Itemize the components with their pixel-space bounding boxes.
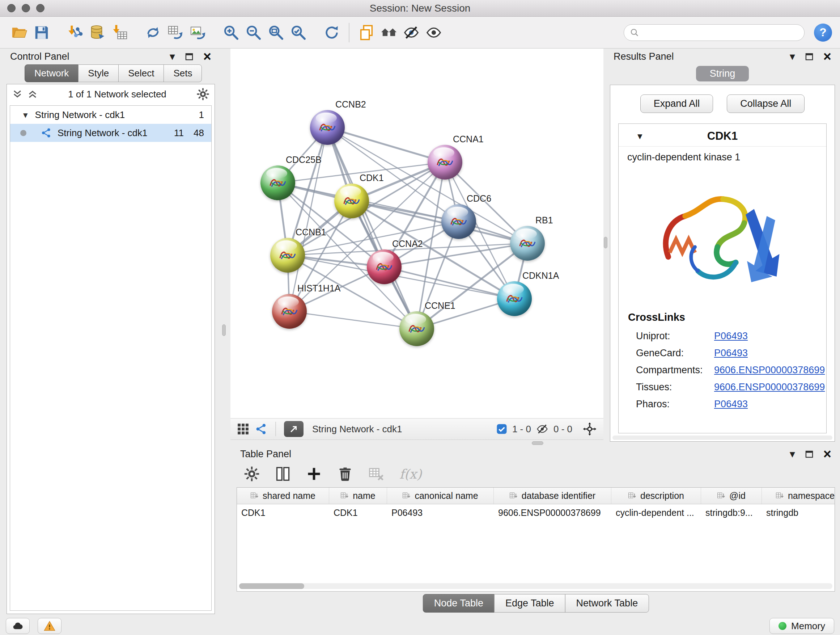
grid-view-button[interactable] [237, 423, 249, 435]
import-network-file-button[interactable] [64, 20, 86, 45]
minimize-window-button[interactable] [22, 4, 30, 12]
duplicate-network-button[interactable] [355, 20, 378, 45]
network-node-cdc6[interactable] [441, 204, 476, 239]
import-network-database-button[interactable] [86, 20, 109, 45]
results-panel-close-button[interactable]: × [823, 50, 831, 63]
cloud-status-button[interactable] [6, 618, 30, 634]
selected-indicator-checkbox[interactable] [496, 424, 507, 434]
network-node-cdkn1a[interactable] [497, 281, 532, 316]
save-session-button[interactable] [30, 20, 53, 45]
network-collection-row[interactable]: ▾ String Network - cdk1 1 [10, 106, 211, 124]
delete-table-button[interactable] [368, 466, 384, 482]
column-header-database-identifier[interactable]: database identifier [494, 488, 611, 504]
network-node-rb1[interactable] [510, 226, 545, 261]
detach-view-button[interactable] [284, 421, 303, 437]
table-horizontal-scrollbar[interactable] [239, 583, 832, 589]
control-panel-menu-button[interactable]: ▾ [170, 51, 175, 62]
network-node-ccnb1[interactable] [270, 238, 305, 272]
close-window-button[interactable] [7, 4, 16, 12]
export-image-button[interactable] [187, 20, 209, 45]
tab-select[interactable]: Select [118, 65, 164, 82]
open-session-button[interactable] [8, 20, 30, 45]
table-cell[interactable]: stringdb:9... [701, 504, 762, 521]
table-panel-close-button[interactable]: × [823, 447, 831, 461]
tab-node-table[interactable]: Node Table [423, 594, 494, 613]
help-button[interactable]: ? [814, 24, 832, 42]
results-panel-menu-button[interactable]: ▾ [790, 51, 795, 62]
collapse-all-button[interactable]: Collapse All [727, 95, 805, 113]
import-table-button[interactable] [109, 20, 131, 45]
search-box[interactable] [624, 24, 805, 41]
tab-style[interactable]: Style [78, 65, 118, 82]
network-row-selected[interactable]: String Network - cdk1 11 48 [10, 124, 211, 142]
expand-all-button[interactable]: Expand All [640, 95, 714, 113]
tab-network-table[interactable]: Network Table [565, 594, 649, 613]
left-splitter-grip[interactable] [222, 325, 226, 336]
column-header-namespace[interactable]: namespace [762, 488, 835, 504]
tab-sets[interactable]: Sets [164, 65, 202, 82]
show-all-button[interactable] [423, 20, 445, 45]
results-horizontal-scrollbar[interactable] [613, 435, 832, 440]
network-node-ccne1[interactable] [399, 311, 434, 346]
export-network-button[interactable] [142, 20, 164, 45]
export-table-button[interactable] [164, 20, 187, 45]
right-splitter-grip[interactable] [604, 237, 607, 249]
scrollbar-thumb[interactable] [239, 583, 304, 589]
network-edge[interactable] [289, 311, 417, 329]
control-panel-float-button[interactable] [185, 52, 194, 61]
tree-expand-icon[interactable]: ▾ [23, 110, 28, 120]
show-columns-button[interactable] [275, 466, 291, 482]
zoom-selected-button[interactable] [287, 20, 309, 45]
column-header-description[interactable]: description [611, 488, 701, 504]
column-header-canonical-name[interactable]: canonical name [387, 488, 494, 504]
create-column-button[interactable] [306, 466, 322, 482]
table-cell[interactable]: CDK1 [237, 504, 329, 521]
network-options-button[interactable] [196, 88, 210, 101]
network-node-cdc25b[interactable] [261, 165, 295, 200]
network-node-ccna2[interactable] [367, 249, 401, 284]
results-panel-float-button[interactable] [805, 52, 814, 61]
refresh-view-button[interactable] [321, 20, 343, 45]
table-cell[interactable]: P06493 [387, 504, 494, 521]
collapse-all-networks-button[interactable] [12, 89, 23, 100]
tab-string[interactable]: String [696, 66, 749, 81]
table-cell[interactable]: 9606.ENSP00000378699 [494, 504, 611, 521]
column-header-shared-name[interactable]: shared name [237, 488, 329, 504]
table-settings-button[interactable] [244, 466, 260, 482]
crosslink-link-compartments[interactable]: 9606.ENSP00000378699 [714, 364, 825, 376]
table-cell[interactable]: stringdb [762, 504, 835, 521]
network-node-ccna1[interactable] [428, 145, 462, 180]
hidden-indicator-button[interactable] [536, 423, 548, 435]
crosslink-link-genecard[interactable]: P06493 [714, 348, 748, 359]
table-panel-menu-button[interactable]: ▾ [790, 448, 795, 459]
column-header-name[interactable]: name [329, 488, 387, 504]
expand-all-networks-button[interactable] [27, 89, 38, 100]
table-cell[interactable]: cyclin-dependent ... [611, 504, 701, 521]
group-nodes-button[interactable] [378, 20, 400, 45]
gene-collapse-icon[interactable]: ▾ [638, 130, 643, 142]
zoom-out-button[interactable] [242, 20, 265, 45]
pan-mode-button[interactable] [577, 422, 597, 436]
search-input[interactable] [643, 27, 798, 38]
bottom-splitter-grip[interactable] [532, 441, 543, 445]
network-canvas[interactable]: CCNB2CCNA1CDC25BCDK1CDC6RB1CCNB1CCNA2CDK… [231, 49, 603, 418]
memory-button[interactable]: Memory [769, 618, 834, 634]
maximize-window-button[interactable] [36, 4, 44, 12]
network-node-cdk1[interactable] [334, 184, 369, 218]
table-cell[interactable]: CDK1 [329, 504, 387, 521]
network-node-hist1h1a[interactable] [272, 294, 307, 329]
gene-card-header[interactable]: ▾ CDK1 [619, 124, 826, 147]
crosslink-link-tissues[interactable]: 9606.ENSP00000378699 [714, 382, 825, 393]
zoom-in-button[interactable] [220, 20, 242, 45]
table-row[interactable]: CDK1CDK1P064939606.ENSP00000378699cyclin… [237, 504, 835, 521]
function-builder-button[interactable]: f(x) [399, 467, 422, 481]
warnings-button[interactable] [38, 618, 62, 634]
tab-network[interactable]: Network [25, 65, 79, 82]
control-panel-close-button[interactable]: × [203, 50, 211, 63]
crosslink-link-uniprot[interactable]: P06493 [714, 331, 748, 342]
table-panel-float-button[interactable] [805, 449, 814, 459]
network-node-ccnb2[interactable] [310, 110, 345, 145]
zoom-fit-button[interactable] [265, 20, 287, 45]
column-header-id[interactable]: @id [701, 488, 762, 504]
hide-selected-button[interactable] [400, 20, 423, 45]
